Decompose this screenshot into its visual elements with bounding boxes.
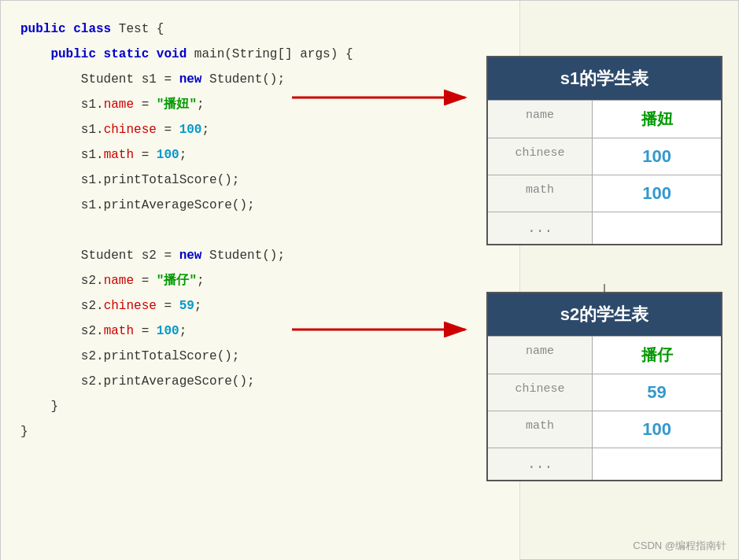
table-s1-row-chinese: chinese 100: [488, 138, 721, 175]
code-line-11: s2.name = "播仔";: [20, 268, 504, 293]
table-s1-row-name: name 播妞: [488, 100, 721, 138]
table-s2-val-name: 播仔: [593, 337, 721, 374]
code-line-10: Student s2 = new Student();: [20, 243, 504, 268]
table-s2-key-math: math: [488, 411, 593, 448]
table-s1-header: s1的学生表: [488, 57, 721, 100]
table-s1-row-dots: ...: [488, 212, 721, 244]
code-line-17: }: [20, 419, 504, 444]
code-line-3: Student s1 = new Student();: [20, 67, 504, 92]
table-s2-row-math: math 100: [488, 411, 721, 448]
main-container: public class Test { public static void m…: [0, 0, 739, 560]
table-s1-row-math: math 100: [488, 175, 721, 212]
table-s2-val-chinese: 59: [593, 374, 721, 411]
table-s2-key-dots: ...: [488, 448, 593, 480]
table-s1-key-name: name: [488, 101, 593, 138]
table-s2-val-dots: [593, 448, 721, 480]
table-s2-header: s2的学生表: [488, 293, 721, 336]
table-s1-val-dots: [593, 212, 721, 244]
table-s2-key-chinese: chinese: [488, 374, 593, 411]
table-s2-row-chinese: chinese 59: [488, 374, 721, 411]
table-s2-row-dots: ...: [488, 448, 721, 480]
code-line-7: s1.printTotalScore();: [20, 168, 504, 193]
arrow-s1: [292, 90, 473, 105]
code-line-2: public static void main(String[] args) {: [20, 42, 504, 67]
table-s2: s2的学生表 name 播仔 chinese 59 math 100 ...: [486, 292, 722, 481]
code-line-blank: [20, 218, 504, 243]
table-s2-key-name: name: [488, 337, 593, 374]
code-line-15: s2.printAverageScore();: [20, 369, 504, 394]
code-line-12: s2.chinese = 59;: [20, 293, 504, 319]
table-s1-val-chinese: 100: [593, 138, 721, 175]
code-line-16: }: [20, 394, 504, 419]
code-line-1: public class Test {: [20, 17, 504, 42]
table-s1-key-math: math: [488, 175, 593, 212]
code-panel: public class Test { public static void m…: [1, 1, 520, 560]
table-s1-val-name: 播妞: [593, 101, 721, 138]
table-s1-val-math: 100: [593, 175, 721, 212]
table-s1-key-chinese: chinese: [488, 138, 593, 175]
table-s2-row-name: name 播仔: [488, 336, 721, 374]
code-line-6: s1.math = 100;: [20, 142, 504, 168]
watermark: CSDN @编程指南针: [633, 539, 726, 553]
table-s2-val-math: 100: [593, 411, 721, 448]
code-line-14: s2.printTotalScore();: [20, 344, 504, 369]
code-line-5: s1.chinese = 100;: [20, 117, 504, 142]
table-s1: s1的学生表 name 播妞 chinese 100 math 100 ...: [486, 56, 722, 245]
code-line-8: s1.printAverageScore();: [20, 193, 504, 218]
table-s1-key-dots: ...: [488, 212, 593, 244]
arrow-s2: [292, 322, 473, 337]
